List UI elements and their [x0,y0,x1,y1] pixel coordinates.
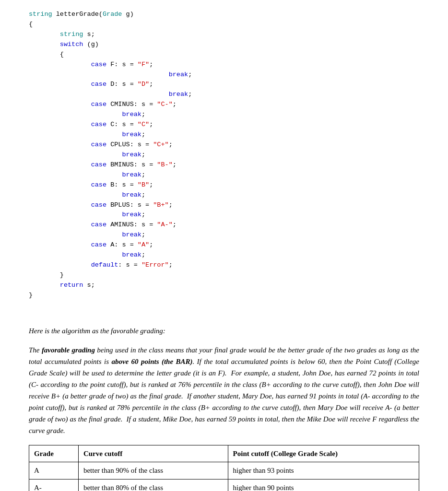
col-curve-header: Curve cutoff [78,445,228,462]
curve-cell: better than 80% of the class [78,479,228,491]
table-row: A- better than 80% of the class higher t… [29,479,419,491]
code-section: string letterGrade(Grade g) { string s; … [29,10,419,301]
curve-cell: better than 90% of the class [78,462,228,479]
point-cell: higher than 93 points [228,462,419,479]
intro-label: Here is the algorithm as the favorable g… [29,326,419,337]
table-row: A better than 90% of the class higher th… [29,462,419,479]
grade-cell: A- [29,479,79,491]
grade-table: Grade Curve cutoff Point cutoff (College… [29,445,419,491]
description-text: The favorable grading being used in the … [29,344,419,436]
col-point-header: Point cutoff (College Grade Scale) [228,445,419,462]
code-block: string letterGrade(Grade g) { string s; … [29,10,419,301]
col-grade-header: Grade [29,445,79,462]
grade-cell: A [29,462,79,479]
point-cell: higher than 90 points [228,479,419,491]
